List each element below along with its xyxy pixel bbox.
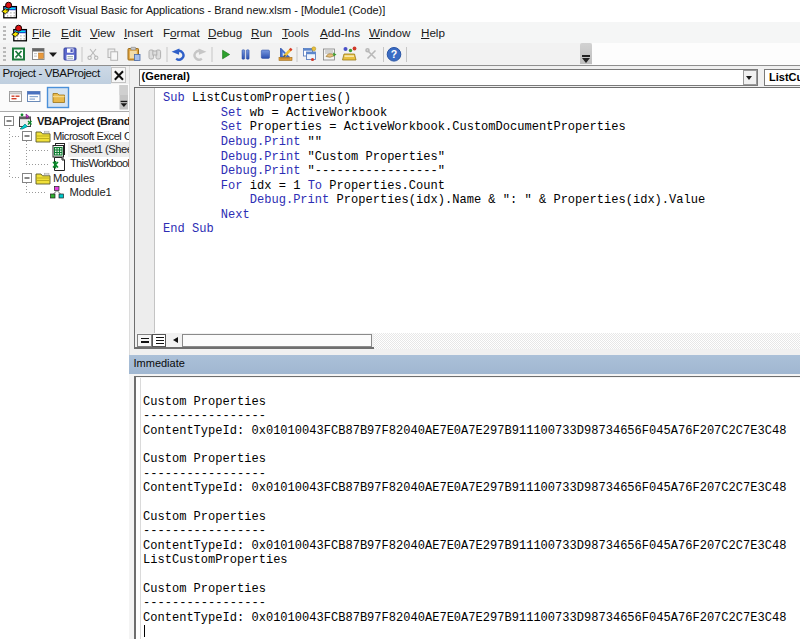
svg-text:?: ? (391, 48, 397, 60)
